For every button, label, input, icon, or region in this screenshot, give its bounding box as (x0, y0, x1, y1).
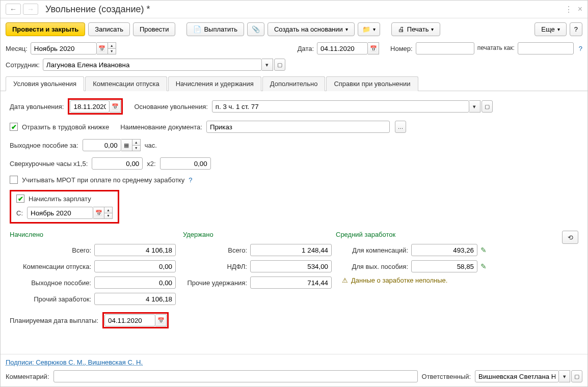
other-label: Прочий заработок: (10, 295, 91, 303)
for-sev-label: Для вых. пособия: (342, 263, 408, 270)
tab-conditions[interactable]: Условия увольнения (6, 76, 84, 91)
responsible-label: Ответственный: (422, 373, 471, 380)
x2-label: x2: (147, 160, 155, 168)
planned-date-label: Планируемая дата выплаты: (10, 317, 98, 324)
ndfl-value (250, 260, 332, 272)
pay-button[interactable]: 📄Выплатить (186, 22, 244, 36)
signatures-link[interactable]: Подписи: Севрюков С. М., Вишневская С. Н… (6, 358, 143, 366)
dropdown-icon[interactable]: ▾ (559, 370, 570, 382)
from-input[interactable] (27, 207, 93, 219)
sev-label: Выходное пособие: (10, 279, 91, 287)
forward-button[interactable]: → (23, 4, 38, 15)
reason-input[interactable] (212, 100, 469, 113)
calendar-icon[interactable]: 📅 (93, 207, 104, 219)
help-button[interactable]: ? (570, 22, 582, 36)
salary-label: Начислить зарплату (29, 195, 91, 203)
comment-input[interactable] (54, 370, 418, 382)
overtime2-input[interactable] (160, 157, 211, 170)
number-input[interactable] (416, 42, 474, 54)
warning-icon: ⚠ (342, 277, 348, 284)
ellipsis-button[interactable]: … (395, 121, 406, 133)
mrot-checkbox[interactable]: ✔ (10, 176, 18, 184)
warning-text: Данные о заработке неполные. (351, 277, 447, 284)
dropdown-icon[interactable]: ▾ (262, 59, 273, 71)
create-based-button[interactable]: Создать на основании▾ (268, 22, 355, 36)
salary-checkbox[interactable]: ✔ (16, 195, 24, 203)
write-button[interactable]: Записать (88, 22, 130, 36)
calendar-icon[interactable]: 📅 (368, 42, 379, 54)
responsible-input[interactable] (475, 370, 559, 382)
total-accrued-value (94, 244, 176, 256)
print-button[interactable]: 🖨Печать▾ (391, 22, 441, 36)
help-icon[interactable]: ? (189, 176, 192, 184)
docname-label: Наименование документа: (120, 123, 202, 131)
ndfl-label: НДФЛ: (186, 263, 247, 270)
workbook-checkbox[interactable]: ✔ (10, 123, 18, 131)
chevron-down-icon: ▾ (345, 26, 348, 32)
month-input[interactable] (31, 42, 97, 54)
for-comp-label: Для компенсаций: (342, 246, 408, 254)
print-as-label: печатать как: (477, 45, 515, 51)
sev-value (94, 277, 176, 289)
dropdown-icon[interactable]: ▾ (469, 100, 480, 113)
folder-icon: 📁 (362, 25, 370, 33)
date-label: Дата: (298, 45, 314, 52)
date-input[interactable] (317, 42, 368, 54)
total-wh-label: Всего: (186, 246, 247, 254)
employee-input[interactable] (43, 59, 262, 71)
for-sev-value[interactable] (411, 260, 477, 272)
open-icon[interactable]: ▢ (571, 370, 582, 382)
print-as-input[interactable] (518, 42, 574, 54)
overtime15-label: Сверхурочные часы x1,5: (10, 160, 88, 168)
accrued-heading: Начислено (10, 231, 183, 238)
back-button[interactable]: ← (6, 4, 21, 15)
avg-heading: Средний заработок (336, 231, 395, 239)
close-icon[interactable]: × (578, 5, 582, 14)
menu-icon[interactable]: ⋮ (565, 5, 573, 14)
calendar-icon[interactable]: 📅 (97, 42, 108, 54)
tab-additional[interactable]: Дополнительно (262, 76, 326, 91)
total-accrued-label: Всего: (10, 246, 91, 254)
severance-input[interactable] (83, 139, 121, 151)
window-title: Увольнение (создание) * (45, 4, 150, 15)
help-icon[interactable]: ? (579, 45, 582, 52)
open-icon[interactable]: ▢ (274, 59, 285, 71)
employee-label: Сотрудник: (6, 61, 40, 69)
post-button[interactable]: Провести (133, 22, 176, 36)
dismiss-date-input[interactable] (70, 100, 110, 113)
paperclip-icon: 📎 (252, 25, 260, 33)
calendar-icon[interactable]: 📅 (110, 100, 121, 113)
other-value (94, 293, 176, 305)
calendar-icon[interactable]: 📅 (155, 314, 167, 326)
for-comp-value[interactable] (411, 244, 477, 256)
more-button[interactable]: Еще▾ (534, 22, 566, 36)
month-stepper[interactable]: ▲▼ (108, 42, 116, 54)
tab-vacation-comp[interactable]: Компенсации отпуска (85, 76, 167, 91)
withheld-heading: Удержано (183, 231, 336, 238)
from-label: С: (16, 209, 23, 217)
tab-accruals[interactable]: Начисления и удержания (168, 76, 261, 91)
severance-stepper[interactable]: ▲▼ (132, 139, 141, 151)
docname-input[interactable] (206, 121, 390, 133)
refresh-button[interactable]: ⟲ (562, 231, 578, 244)
post-and-close-button[interactable]: Провести и закрыть (6, 22, 85, 36)
workbook-label: Отразить в трудовой книжке (22, 123, 109, 131)
tab-references[interactable]: Справки при увольнении (326, 76, 418, 91)
reason-label: Основание увольнения: (134, 103, 207, 110)
planned-date-input[interactable] (104, 314, 155, 326)
overtime15-input[interactable] (92, 157, 143, 170)
number-label: Номер: (390, 45, 413, 52)
edit-icon[interactable]: ✎ (480, 246, 487, 254)
severance-label: Выходное пособие за: (10, 142, 78, 149)
open-icon[interactable]: ▢ (482, 100, 493, 113)
from-stepper[interactable]: ▲▼ (104, 207, 113, 219)
other-wh-label: Прочие удержания: (186, 279, 247, 287)
other-wh-value (250, 277, 332, 289)
total-wh-value (250, 244, 332, 256)
folder-button[interactable]: 📁▾ (358, 22, 380, 36)
vac-comp-value (94, 260, 176, 272)
printer-icon: 🖨 (398, 25, 405, 33)
calc-icon[interactable]: ▦ (121, 139, 132, 151)
edit-icon[interactable]: ✎ (480, 262, 487, 270)
attach-button[interactable]: 📎 (247, 22, 264, 36)
